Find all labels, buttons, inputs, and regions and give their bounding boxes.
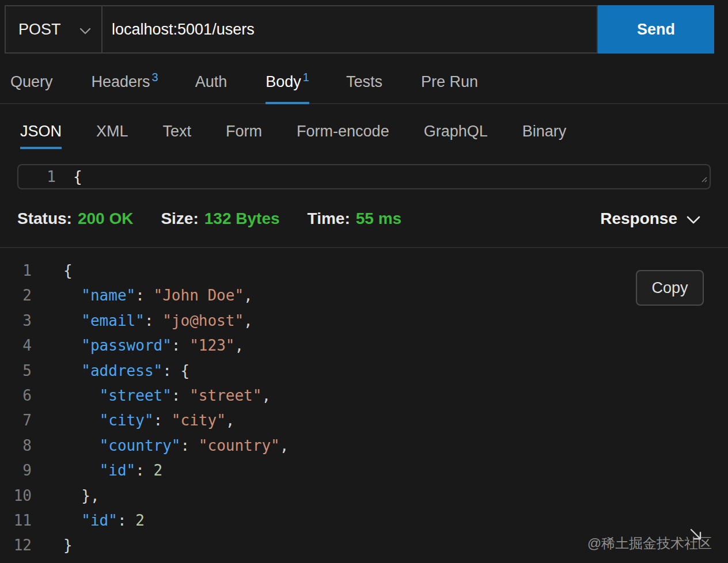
response-line: 11 "id": 2 (0, 508, 728, 533)
response-line-content: } (63, 533, 73, 558)
tab-label: Pre Run (421, 73, 478, 90)
body-tab-xml[interactable]: XML (96, 121, 128, 149)
tab-badge: 1 (303, 71, 309, 83)
response-line-content: "email": "jo@host", (63, 309, 253, 333)
cursor-icon (689, 527, 704, 545)
tab-label: Headers (92, 73, 150, 90)
status-label: Status: (17, 210, 72, 227)
response-line: 8 "country": "country", (0, 433, 728, 458)
response-line-content: "country": "country", (63, 433, 289, 458)
response-line: 10 }, (0, 484, 728, 508)
size-label: Size: (161, 210, 198, 227)
response-line: 6 "street": "street", (0, 383, 728, 408)
tab-query[interactable]: Query (10, 67, 55, 103)
method-label: POST (18, 21, 61, 39)
resize-grip-icon[interactable] (699, 169, 708, 187)
response-line: 5 "address": { (0, 359, 728, 383)
response-line: 3 "email": "jo@host", (0, 309, 728, 333)
url-value: localhost:5001/users (112, 21, 255, 39)
response-line-content: "street": "street", (63, 383, 271, 408)
request-body-editor[interactable]: 1 { (17, 164, 711, 189)
tab-headers[interactable]: Headers3 (92, 67, 158, 103)
request-bar: POST localhost:5001/users Send (0, 0, 728, 54)
tab-tests[interactable]: Tests (346, 67, 384, 103)
status-bar: Status:200 OK Size:132 Bytes Time:55 ms … (0, 189, 728, 248)
response-line-content: "name": "John Doe", (63, 283, 253, 308)
request-tabs: Query Headers3 Auth Body1 Tests Pre Run (0, 67, 728, 104)
response-line: 7 "city": "city", (0, 408, 728, 433)
response-code: 1{2 "name": "John Doe",3 "email": "jo@ho… (0, 258, 728, 558)
line-number: 10 (0, 484, 32, 508)
response-line: 1{ (0, 258, 728, 283)
line-number: 5 (0, 359, 32, 383)
body-tab-form-encode[interactable]: Form-encode (297, 121, 389, 149)
response-line-content: "city": "city", (63, 408, 234, 433)
line-number: 9 (0, 458, 32, 483)
time-value: 55 ms (356, 210, 401, 227)
line-number: 12 (0, 533, 32, 558)
status-value: 200 OK (78, 210, 134, 227)
method-select[interactable]: POST (5, 5, 103, 54)
response-line: 9 "id": 2 (0, 458, 728, 483)
url-input[interactable]: localhost:5001/users (103, 5, 598, 54)
tab-label: Auth (195, 73, 227, 90)
size-value: 132 Bytes (204, 210, 280, 227)
response-dropdown[interactable]: Response (600, 209, 700, 229)
chevron-down-icon (79, 21, 91, 39)
send-button[interactable]: Send (598, 5, 714, 54)
time-item: Time:55 ms (308, 209, 402, 229)
body-tab-binary[interactable]: Binary (522, 121, 567, 149)
copy-button[interactable]: Copy (636, 270, 704, 306)
response-dropdown-label: Response (600, 209, 677, 229)
response-line-content: "address": { (63, 359, 189, 383)
line-number: 2 (0, 283, 32, 308)
status-item: Status:200 OK (17, 209, 133, 229)
editor-content: { (73, 168, 82, 185)
body-tab-text[interactable]: Text (163, 121, 192, 149)
line-number: 6 (0, 383, 32, 408)
tab-label: Query (10, 73, 53, 90)
response-line: 4 "password": "123", (0, 333, 728, 358)
response-line: 2 "name": "John Doe", (0, 283, 728, 308)
tab-pre-run[interactable]: Pre Run (421, 67, 480, 103)
response-line-content: "password": "123", (63, 333, 244, 358)
line-number: 8 (0, 433, 32, 458)
line-number: 4 (0, 333, 32, 358)
response-line-content: { (63, 258, 73, 283)
body-tab-graphql[interactable]: GraphQL (424, 121, 488, 149)
chevron-down-icon (687, 209, 700, 229)
tab-auth[interactable]: Auth (195, 67, 229, 103)
tab-body[interactable]: Body1 (266, 67, 309, 103)
line-number: 3 (0, 309, 32, 333)
response-line-content: }, (63, 484, 100, 508)
line-number: 11 (0, 508, 32, 533)
size-item: Size:132 Bytes (161, 209, 279, 229)
response-line-content: "id": 2 (63, 508, 145, 533)
line-number: 1 (0, 258, 32, 283)
body-tab-form[interactable]: Form (226, 121, 262, 149)
editor-line-number: 1 (18, 168, 56, 185)
response-line-content: "id": 2 (63, 458, 162, 483)
response-panel: 1{2 "name": "John Doe",3 "email": "jo@ho… (0, 248, 728, 563)
time-label: Time: (308, 210, 350, 227)
line-number: 7 (0, 408, 32, 433)
tab-label: Tests (346, 73, 382, 90)
tab-label: Body (266, 73, 301, 90)
body-tab-json[interactable]: JSON (20, 121, 62, 149)
tab-badge: 3 (152, 71, 158, 83)
body-type-tabs: JSON XML Text Form Form-encode GraphQL B… (0, 121, 728, 149)
